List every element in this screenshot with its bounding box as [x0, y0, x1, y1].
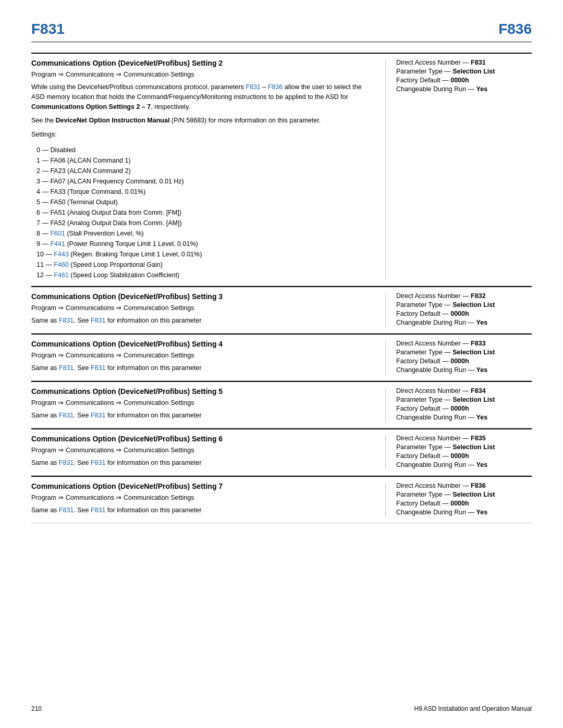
section-f832-body: Same as F831. See F831 for information o… — [31, 316, 375, 326]
setting-12: 12 — F461 (Speed Loop Stabilization Coef… — [36, 270, 375, 280]
meta-factory-default-f835: Factory Default — 0000h — [396, 452, 532, 460]
link-f601[interactable]: F601 — [50, 230, 65, 237]
meta-param-type-f832: Parameter Type — Selection List — [396, 301, 532, 309]
meta-param-type-f835: Parameter Type — Selection List — [396, 443, 532, 451]
link-f836[interactable]: F836 — [268, 83, 283, 91]
link-f831-s4b[interactable]: F831 — [91, 364, 106, 372]
section-f831-title: Communications Option (DeviceNet/Profibu… — [31, 59, 375, 67]
meta-direct-access-f836: Direct Access Number — F836 — [396, 482, 532, 489]
section-f833-left: Communications Option (DeviceNet/Profibu… — [31, 340, 386, 375]
section-f835-body: Same as F831. See F831 for information o… — [31, 458, 375, 468]
section-f835-title: Communications Option (DeviceNet/Profibu… — [31, 435, 375, 443]
setting-8: 8 — F601 (Stall Prevention Level, %) — [36, 228, 375, 239]
meta-direct-access-f832: Direct Access Number — F832 — [396, 292, 532, 300]
page-number: 210 — [31, 705, 42, 712]
meta-direct-access-f834: Direct Access Number — F834 — [396, 387, 532, 394]
section-f833: Communications Option (DeviceNet/Profibu… — [31, 334, 532, 381]
section-f835-left: Communications Option (DeviceNet/Profibu… — [31, 435, 386, 470]
section-f834-title: Communications Option (DeviceNet/Profibu… — [31, 387, 375, 396]
link-f443[interactable]: F443 — [54, 251, 69, 258]
section-f832-path: Program ⇒ Communications ⇒ Communication… — [31, 304, 375, 312]
meta-param-type-f836: Parameter Type — Selection List — [396, 491, 532, 498]
link-f831[interactable]: F831 — [246, 83, 261, 91]
manual-title: H9 ASD Installation and Operation Manual — [414, 705, 532, 712]
section-f835-meta: Direct Access Number — F835 Parameter Ty… — [386, 435, 532, 470]
section-f832-meta: Direct Access Number — F832 Parameter Ty… — [386, 292, 532, 328]
setting-0: 0 — Disabled — [36, 145, 375, 155]
page-header: F831 F836 — [31, 21, 532, 42]
meta-param-type: Parameter Type — Selection List — [396, 68, 532, 75]
link-f831-s3a[interactable]: F831 — [59, 317, 74, 324]
meta-param-type-f833: Parameter Type — Selection List — [396, 349, 532, 356]
link-f460[interactable]: F460 — [54, 261, 69, 268]
link-f831-s7a[interactable]: F831 — [59, 507, 74, 514]
setting-1: 1 — FA06 (ALCAN Command 1) — [36, 155, 375, 166]
page-footer: 210 H9 ASD Installation and Operation Ma… — [31, 705, 532, 712]
section-f835-path: Program ⇒ Communications ⇒ Communication… — [31, 446, 375, 454]
section-f834-left: Communications Option (DeviceNet/Profibu… — [31, 387, 386, 423]
section-f832-title: Communications Option (DeviceNet/Profibu… — [31, 292, 375, 301]
meta-changeable-f833: Changeable During Run — Yes — [396, 366, 532, 374]
meta-changeable-f835: Changeable During Run — Yes — [396, 461, 532, 468]
meta-direct-access: Direct Access Number — F831 — [396, 59, 532, 66]
link-f831-s3b[interactable]: F831 — [91, 317, 106, 324]
page: F831 F836 Communications Option (DeviceN… — [0, 0, 563, 728]
link-f461[interactable]: F461 — [54, 272, 69, 279]
section-f831-left: Communications Option (DeviceNet/Profibu… — [31, 59, 386, 280]
meta-changeable: Changeable During Run — Yes — [396, 85, 532, 93]
meta-changeable-f834: Changeable During Run — Yes — [396, 414, 532, 421]
meta-factory-default-f836: Factory Default — 0000h — [396, 500, 532, 507]
section-f834-body: Same as F831. See F831 for information o… — [31, 411, 375, 421]
section-f836-left: Communications Option (DeviceNet/Profibu… — [31, 482, 386, 517]
header-left: F831 — [31, 21, 65, 38]
section-f831-meta: Direct Access Number — F831 Parameter Ty… — [386, 59, 532, 280]
link-f831-s5a[interactable]: F831 — [59, 412, 74, 419]
section-f833-body: Same as F831. See F831 for information o… — [31, 363, 375, 373]
link-f831-s5b[interactable]: F831 — [91, 412, 106, 419]
section-f831-path: Program ⇒ Communications ⇒ Communication… — [31, 70, 375, 78]
section-f835: Communications Option (DeviceNet/Profibu… — [31, 428, 532, 476]
section-f833-meta: Direct Access Number — F833 Parameter Ty… — [386, 340, 532, 375]
setting-6: 6 — FA51 (Analog Output Data from Comm. … — [36, 207, 375, 218]
section-f836-path: Program ⇒ Communications ⇒ Communication… — [31, 493, 375, 501]
meta-param-type-f834: Parameter Type — Selection List — [396, 396, 532, 403]
link-f831-s7b[interactable]: F831 — [91, 507, 106, 514]
section-f832-left: Communications Option (DeviceNet/Profibu… — [31, 292, 386, 328]
link-f831-s4a[interactable]: F831 — [59, 364, 74, 372]
header-right: F836 — [498, 21, 532, 38]
meta-changeable-f836: Changeable During Run — Yes — [396, 509, 532, 516]
meta-factory-default-f833: Factory Default — 0000h — [396, 357, 532, 365]
setting-5: 5 — FA50 (Terminal Output) — [36, 197, 375, 207]
meta-factory-default-f834: Factory Default — 0000h — [396, 405, 532, 412]
section-f833-title: Communications Option (DeviceNet/Profibu… — [31, 340, 375, 348]
section-f832: Communications Option (DeviceNet/Profibu… — [31, 286, 532, 334]
section-f831: Communications Option (DeviceNet/Profibu… — [31, 53, 532, 286]
setting-11: 11 — F460 (Speed Loop Proportional Gain) — [36, 260, 375, 270]
meta-changeable-f832: Changeable During Run — Yes — [396, 319, 532, 326]
section-f836-meta: Direct Access Number — F836 Parameter Ty… — [386, 482, 532, 517]
setting-2: 2 — FA23 (ALCAN Command 2) — [36, 166, 375, 176]
meta-direct-access-f833: Direct Access Number — F833 — [396, 340, 532, 347]
settings-list: 0 — Disabled 1 — FA06 (ALCAN Command 1) … — [36, 145, 375, 280]
settings-header: Settings: — [31, 130, 375, 140]
meta-direct-access-f835: Direct Access Number — F835 — [396, 435, 532, 442]
meta-factory-default: Factory Default — 0000h — [396, 77, 532, 84]
link-f831-s6b[interactable]: F831 — [91, 459, 106, 466]
setting-10: 10 — F443 (Regen. Braking Torque Limit 1… — [36, 249, 375, 260]
meta-factory-default-f832: Factory Default — 0000h — [396, 310, 532, 317]
section-f836-title: Communications Option (DeviceNet/Profibu… — [31, 482, 375, 490]
section-f834: Communications Option (DeviceNet/Profibu… — [31, 381, 532, 428]
setting-3: 3 — FA07 (ALCAN Frequency Command, 0.01 … — [36, 176, 375, 187]
link-f831-s6a[interactable]: F831 — [59, 459, 74, 466]
setting-7: 7 — FA52 (Analog Output Data from Comm. … — [36, 218, 375, 228]
setting-9: 9 — F441 (Power Running Torque Limit 1 L… — [36, 239, 375, 249]
section-f834-path: Program ⇒ Communications ⇒ Communication… — [31, 399, 375, 406]
section-f836: Communications Option (DeviceNet/Profibu… — [31, 476, 532, 523]
section-f834-meta: Direct Access Number — F834 Parameter Ty… — [386, 387, 532, 423]
section-f833-path: Program ⇒ Communications ⇒ Communication… — [31, 351, 375, 359]
section-f831-body: While using the DeviceNet/Profibus commu… — [31, 82, 375, 280]
section-f836-body: Same as F831. See F831 for information o… — [31, 505, 375, 515]
link-f441[interactable]: F441 — [50, 240, 65, 248]
setting-4: 4 — FA33 (Torque Command, 0.01%) — [36, 187, 375, 197]
